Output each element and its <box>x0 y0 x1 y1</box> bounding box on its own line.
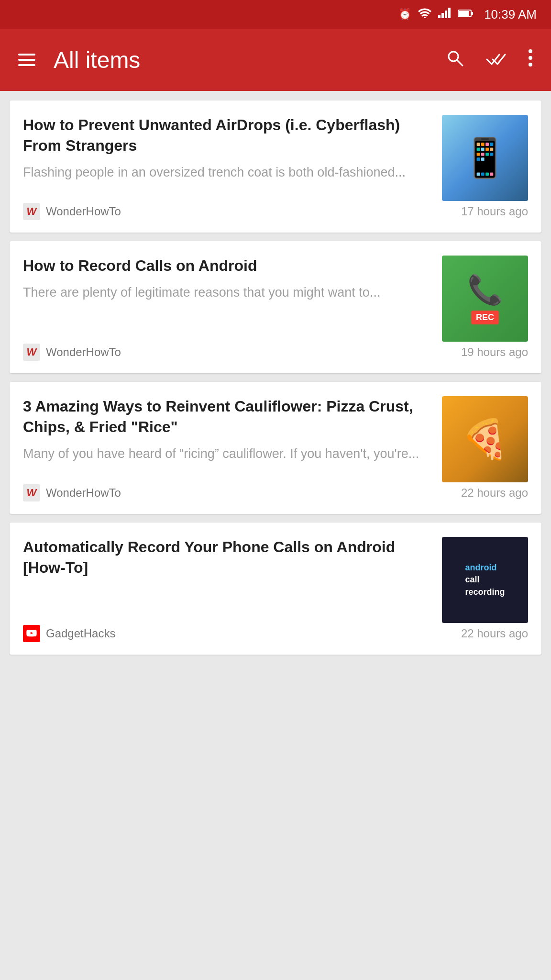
mark-all-read-button[interactable] <box>482 46 510 74</box>
svg-point-12 <box>529 63 532 67</box>
alarm-icon: ⏰ <box>398 8 411 21</box>
rec-badge: REC <box>471 311 499 324</box>
article-title: How to Record Calls on Android <box>23 256 432 276</box>
article-source: WonderHowTo <box>23 203 121 220</box>
article-text: Automatically Record Your Phone Calls on… <box>23 537 432 586</box>
source-name: GadgetHacks <box>46 627 115 640</box>
article-thumbnail: android call recording <box>442 537 528 623</box>
article-excerpt: Many of you have heard of “ricing” cauli… <box>23 445 432 463</box>
article-time: 17 hours ago <box>461 205 528 218</box>
app-bar: All items <box>0 29 551 91</box>
hamburger-menu-button[interactable] <box>14 50 39 70</box>
battery-icon <box>458 8 474 21</box>
article-excerpt: Flashing people in an oversized trench c… <box>23 164 432 182</box>
source-logo <box>23 203 40 220</box>
source-name: WonderHowTo <box>46 345 121 359</box>
article-card[interactable]: How to Record Calls on Android There are… <box>10 241 541 373</box>
source-name: WonderHowTo <box>46 486 121 500</box>
article-title: 3 Amazing Ways to Reinvent Cauliflower: … <box>23 396 432 437</box>
svg-rect-3 <box>445 11 447 18</box>
more-options-button[interactable] <box>524 45 537 75</box>
svg-rect-1 <box>438 15 441 18</box>
article-card[interactable]: Automatically Record Your Phone Calls on… <box>10 523 541 655</box>
svg-point-11 <box>529 56 532 60</box>
status-icons: ⏰ 10:39 AM <box>398 7 537 22</box>
status-bar: ⏰ 10:39 AM <box>0 0 551 29</box>
article-title: How to Prevent Unwanted AirDrops (i.e. C… <box>23 115 432 156</box>
thumbnail-text: android call recording <box>465 562 505 598</box>
article-card[interactable]: How to Prevent Unwanted AirDrops (i.e. C… <box>10 100 541 233</box>
article-text: How to Prevent Unwanted AirDrops (i.e. C… <box>23 115 432 191</box>
source-name: WonderHowTo <box>46 205 121 218</box>
article-thumbnail <box>442 396 528 482</box>
article-source: GadgetHacks <box>23 625 115 642</box>
article-source: WonderHowTo <box>23 344 121 361</box>
article-meta: GadgetHacks 22 hours ago <box>23 625 528 642</box>
svg-point-0 <box>424 17 426 18</box>
signal-icon <box>438 8 452 21</box>
page-title: All items <box>54 47 428 73</box>
source-logo <box>23 344 40 361</box>
article-title: Automatically Record Your Phone Calls on… <box>23 537 432 578</box>
article-meta: WonderHowTo 22 hours ago <box>23 484 528 501</box>
article-thumbnail: REC <box>442 256 528 342</box>
article-thumbnail <box>442 115 528 201</box>
article-time: 19 hours ago <box>461 345 528 359</box>
article-text: How to Record Calls on Android There are… <box>23 256 432 312</box>
article-time: 22 hours ago <box>461 627 528 640</box>
svg-line-9 <box>457 60 463 66</box>
article-excerpt: There are plenty of legitimate reasons t… <box>23 284 432 302</box>
article-list: How to Prevent Unwanted AirDrops (i.e. C… <box>0 91 551 664</box>
article-card[interactable]: 3 Amazing Ways to Reinvent Cauliflower: … <box>10 382 541 514</box>
svg-rect-7 <box>459 11 469 16</box>
svg-rect-4 <box>448 8 451 18</box>
app-bar-actions <box>442 45 537 75</box>
svg-point-10 <box>529 49 532 53</box>
source-logo <box>23 625 40 642</box>
article-source: WonderHowTo <box>23 484 121 501</box>
source-logo <box>23 484 40 501</box>
article-text: 3 Amazing Ways to Reinvent Cauliflower: … <box>23 396 432 473</box>
svg-rect-6 <box>471 12 473 15</box>
search-button[interactable] <box>442 45 468 75</box>
article-meta: WonderHowTo 17 hours ago <box>23 203 528 220</box>
article-time: 22 hours ago <box>461 486 528 500</box>
wifi-icon <box>418 8 431 21</box>
svg-rect-2 <box>441 13 444 18</box>
article-meta: WonderHowTo 19 hours ago <box>23 344 528 361</box>
status-time: 10:39 AM <box>484 7 537 22</box>
